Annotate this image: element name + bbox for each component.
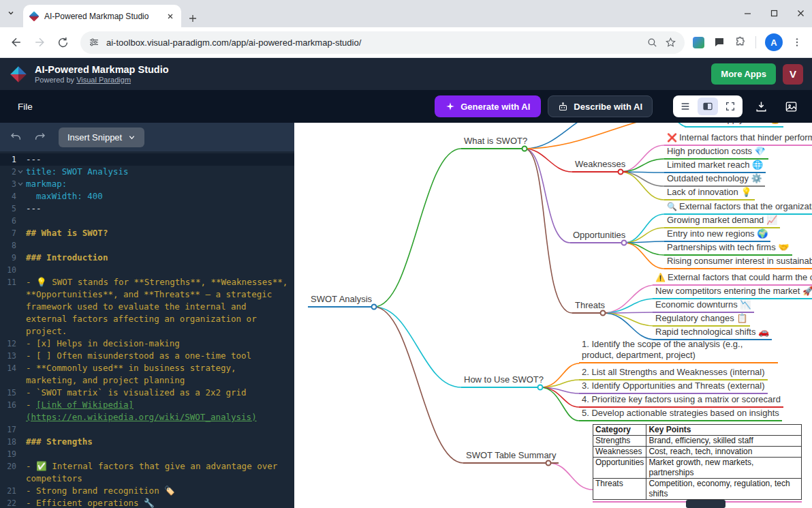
visual-paradigm-link[interactable]: Visual Paradigm [76, 76, 131, 84]
window-maximize-button[interactable] [770, 9, 779, 18]
bookmark-star-icon[interactable] [665, 37, 676, 48]
map-node-table-summary: SWOT Table Summary [463, 450, 559, 464]
editor-line: 12- [x] Helps in decision-making [0, 338, 294, 350]
forward-icon[interactable] [30, 33, 49, 52]
warning-icon: ⚠️ [655, 273, 666, 282]
map-leaf: Rising consumer interest in sustainabili [664, 256, 812, 269]
editor-line: 9### Introduction [0, 252, 294, 264]
map-leaf: Lack of innovation 💡 [664, 187, 755, 200]
chat-extension-icon[interactable] [713, 36, 725, 48]
window-close-button[interactable] [796, 9, 805, 18]
table-row: ThreatsCompetition, economy, regulation,… [593, 479, 802, 500]
editor-line: 1--- [0, 153, 294, 166]
editor-line: 5--- [0, 203, 294, 215]
map-leaf: 2. List all Strengths and Weaknesses (in… [579, 367, 768, 380]
back-icon[interactable] [7, 33, 26, 52]
address-bar-row: ai-toolbox.visual-paradigm.com/app/ai-po… [0, 27, 812, 58]
sparkle-icon [446, 102, 455, 111]
map-leaf: Economic downturns 📉 [653, 299, 754, 313]
robot-icon [558, 102, 568, 112]
map-watermark [686, 500, 725, 508]
map-node-clipped-secure-supply-chain: Secure supply chain 🔒 [685, 123, 783, 128]
map-leaf: 4. Prioritize key factors using a matrix… [579, 394, 783, 408]
node-toggle-root[interactable] [371, 304, 377, 310]
editor-line: 13- [ ] Often misunderstood as a one-tim… [0, 350, 294, 362]
mindmap-canvas[interactable]: SWOT Analysis What is SWOT? Weaknesses ❌… [294, 123, 812, 508]
map-node-how-to-use: How to Use SWOT? [461, 374, 540, 388]
table-header-cell: Category [593, 425, 646, 436]
editor-line: 19 [0, 448, 294, 460]
reload-icon[interactable] [53, 33, 72, 52]
download-icon[interactable] [749, 96, 772, 117]
vp-brand-button[interactable]: V [783, 64, 803, 85]
editor-line: 22- Efficient operations 🔧 [0, 497, 294, 508]
view-mode-group [673, 95, 743, 117]
node-toggle-what-is-swot[interactable] [522, 146, 528, 152]
tabstrip-chevron-icon[interactable] [7, 9, 15, 17]
table-header-cell: Key Points [646, 425, 802, 436]
node-toggle-weaknesses[interactable] [618, 169, 624, 175]
browser-menu-icon[interactable] [792, 37, 802, 48]
table-row: StrengthsBrand, efficiency, skilled staf… [593, 436, 802, 447]
chevron-down-icon [128, 134, 136, 141]
app-logo-icon [9, 65, 28, 84]
node-toggle-how-to-use[interactable] [537, 385, 544, 391]
toolbar-separator [755, 36, 756, 48]
undo-icon[interactable] [10, 131, 22, 143]
map-leaf: Rapid technological shifts 🚗 [653, 327, 772, 340]
magnifier-icon: 🔍 [667, 202, 677, 211]
zoom-icon[interactable] [646, 37, 658, 48]
tab-close-icon[interactable] [166, 12, 175, 21]
site-settings-icon[interactable] [89, 37, 99, 48]
new-tab-button[interactable] [188, 14, 198, 23]
app-header: AI-Powered Markmap Studio Powered by Vis… [0, 58, 812, 90]
map-leaf: 🔍External factors that the organizatio [664, 201, 812, 215]
tab-favicon-icon [29, 11, 39, 21]
code-editor-area[interactable]: 1--- 2title: SWOT Analysis 3markmap: 4 m… [0, 151, 294, 508]
table-row: WeaknessesCost, reach, tech, innovation [593, 447, 802, 458]
generate-with-ai-button[interactable]: Generate with AI [435, 95, 541, 117]
map-leaf: Partnerships with tech firms 🤝 [664, 242, 792, 256]
more-apps-button[interactable]: More Apps [711, 63, 776, 85]
outline-view-button[interactable] [675, 98, 696, 115]
map-leaf: ❌Internal factors that hinder performa [664, 132, 812, 146]
editor-line: 16- [Link of Wikipedia](https://en.wikip… [0, 399, 294, 423]
app-toolbar: File Generate with AI Describe with AI [0, 90, 812, 123]
editor-line: 11- 💡 SWOT stands for **Strengths**, **W… [0, 276, 294, 338]
split-view-button[interactable] [698, 98, 718, 115]
editor-line: 20- ✅ Internal factors that give an adva… [0, 460, 294, 485]
fullscreen-view-button[interactable] [720, 98, 740, 115]
insert-snippet-button[interactable]: Insert Snippet [59, 128, 144, 147]
extension-colored-icon[interactable] [693, 37, 704, 48]
browser-tab-strip: AI-Powered Markmap Studio [0, 0, 812, 27]
editor-line: 21- Strong brand recognition 🏷️ [0, 485, 294, 497]
map-leaf: Growing market demand 📈 [664, 215, 780, 228]
window-minimize-button[interactable] [743, 9, 752, 18]
describe-with-ai-button[interactable]: Describe with AI [548, 95, 653, 117]
editor-line: 17 [0, 423, 294, 436]
redo-icon[interactable] [34, 131, 46, 143]
map-leaf: ⚠️External factors that could harm the o… [653, 272, 812, 286]
editor-line: 14- **Commonly used** in business strate… [0, 362, 294, 387]
file-menu-button[interactable]: File [10, 96, 41, 117]
map-leaf: 5. Develop actionable strategies based o… [579, 408, 782, 421]
editor-line: 7## What is SWOT? [0, 227, 294, 239]
markdown-editor-panel: Insert Snippet 1--- 2title: SWOT Analysi… [0, 123, 294, 508]
browser-tab[interactable]: AI-Powered Markmap Studio [23, 5, 181, 27]
map-leaf: Outdated technology ⚙️ [664, 173, 765, 187]
profile-avatar[interactable]: A [765, 33, 783, 51]
extensions-puzzle-icon[interactable] [734, 36, 747, 48]
map-leaf: Entry into new regions 🌍 [664, 228, 770, 242]
address-bar[interactable]: ai-toolbox.visual-paradigm.com/app/ai-po… [80, 31, 685, 54]
map-node-opportunities: Opportunities [570, 230, 628, 243]
map-leaf: 3. Identify Opportunities and Threats (e… [579, 380, 768, 394]
node-toggle-threats[interactable] [600, 310, 606, 316]
node-toggle-table-summary[interactable] [546, 460, 552, 466]
editor-line: 2title: SWOT Analysis [0, 166, 294, 178]
map-leaf: 1. Identify the scope of the analysis (e… [579, 339, 778, 363]
map-leaf: Limited market reach 🌐 [664, 160, 766, 173]
export-image-icon[interactable] [779, 96, 802, 117]
swot-summary-table: Category Key Points StrengthsBrand, effi… [593, 424, 802, 503]
x-mark-icon: ❌ [667, 133, 677, 143]
node-toggle-opportunities[interactable] [621, 240, 627, 246]
